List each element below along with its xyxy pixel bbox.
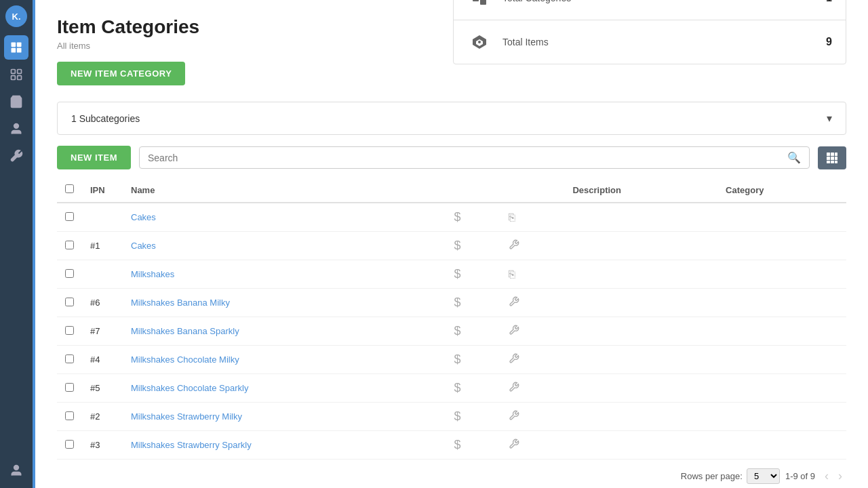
row-checkbox-4[interactable]: [65, 326, 74, 335]
table-row: #7Milkshakes Banana Sparkly$: [57, 317, 846, 346]
row-description: [564, 289, 717, 317]
row-ipn: [82, 260, 123, 289]
row-name-link[interactable]: Cakes: [131, 212, 156, 222]
row-name-link[interactable]: Milkshakes Banana Sparkly: [131, 326, 239, 336]
next-page-button[interactable]: ›: [834, 468, 846, 485]
svg-rect-5: [18, 70, 22, 74]
row-checkbox-6[interactable]: [65, 383, 74, 392]
row-checkbox-2[interactable]: [65, 269, 74, 278]
tools-icon[interactable]: [509, 440, 519, 451]
row-dollar-icon[interactable]: $: [446, 431, 500, 460]
row-category: [717, 403, 846, 431]
tools-icon[interactable]: [509, 298, 519, 309]
tools-icon: [9, 149, 23, 163]
row-checkbox-5[interactable]: [65, 354, 74, 363]
row-category: [717, 260, 846, 289]
stat-total-categories: Total Categories 1: [454, 0, 846, 20]
dollar-sign-icon[interactable]: $: [454, 210, 461, 224]
search-input[interactable]: [148, 152, 787, 163]
row-name-link[interactable]: Milkshakes Strawberry Sparkly: [131, 440, 252, 450]
row-category: [717, 346, 846, 374]
row-checkbox-3[interactable]: [65, 298, 74, 306]
copy-icon[interactable]: ⎘: [509, 268, 515, 280]
sidebar-item-tools[interactable]: [4, 144, 28, 168]
cart-icon: [9, 95, 23, 108]
rows-per-page-select[interactable]: 5 10 25 50: [747, 468, 780, 484]
svg-rect-14: [480, 0, 486, 5]
grid-icon: [9, 68, 23, 81]
row-dollar-icon[interactable]: $: [446, 403, 500, 431]
row-checkbox-7[interactable]: [65, 411, 74, 420]
row-description: [564, 260, 717, 289]
row-category: [717, 431, 846, 460]
svg-rect-7: [18, 76, 22, 80]
avatar[interactable]: K.: [5, 5, 27, 27]
stats-panel: Total Categories 1 Total Items 9: [453, 0, 846, 64]
row-name-link[interactable]: Cakes: [131, 241, 156, 251]
svg-point-10: [14, 466, 19, 470]
row-name-link[interactable]: Milkshakes Chocolate Milky: [131, 354, 239, 365]
table-header-category: Category: [717, 178, 846, 203]
row-checkbox-1[interactable]: [65, 241, 74, 249]
dollar-sign-icon[interactable]: $: [454, 267, 461, 281]
row-dollar-icon[interactable]: $: [446, 260, 500, 289]
row-checkbox-8[interactable]: [65, 440, 74, 449]
row-name-link[interactable]: Milkshakes Banana Milky: [131, 298, 230, 308]
stat-categories-value: 1: [826, 0, 832, 4]
view-toggle-button[interactable]: [818, 146, 846, 169]
select-all-checkbox[interactable]: [65, 184, 74, 193]
search-wrapper: 🔍: [139, 146, 810, 169]
svg-rect-2: [12, 48, 16, 53]
copy-icon[interactable]: ⎘: [509, 211, 515, 223]
row-dollar-icon[interactable]: $: [446, 203, 500, 232]
subcategories-accordion[interactable]: 1 Subcategories ▾: [57, 102, 846, 135]
table-row: #5Milkshakes Chocolate Sparkly$: [57, 374, 846, 403]
dollar-sign-icon[interactable]: $: [454, 352, 461, 366]
sidebar-item-user-profile[interactable]: [4, 458, 28, 483]
svg-point-17: [478, 41, 481, 43]
dollar-sign-icon[interactable]: $: [454, 324, 461, 338]
table-row: #2Milkshakes Strawberry Milky$: [57, 403, 846, 431]
grid-view-icon: [826, 152, 838, 164]
table-row: #3Milkshakes Strawberry Sparkly$: [57, 431, 846, 460]
tools-icon[interactable]: [509, 411, 519, 423]
prev-page-button[interactable]: ‹: [821, 468, 833, 485]
sidebar-item-dashboard[interactable]: [4, 35, 28, 60]
row-name-link[interactable]: Milkshakes Chocolate Sparkly: [131, 383, 248, 393]
dollar-sign-icon[interactable]: $: [454, 381, 461, 394]
svg-rect-0: [12, 43, 16, 47]
dollar-sign-icon[interactable]: $: [454, 438, 461, 451]
sidebar-item-person[interactable]: [4, 117, 28, 141]
row-dollar-icon[interactable]: $: [446, 317, 500, 346]
page-info: 1-9 of 9: [785, 471, 815, 481]
tools-icon[interactable]: [509, 241, 519, 252]
stat-items-label: Total Items: [502, 37, 826, 47]
dollar-sign-icon[interactable]: $: [454, 239, 461, 252]
table-header-actions1: [446, 178, 500, 203]
sidebar: K.: [0, 0, 33, 488]
sidebar-item-grid[interactable]: [4, 62, 28, 87]
new-item-button[interactable]: NEW ITEM: [57, 146, 131, 169]
tools-icon[interactable]: [509, 354, 519, 366]
row-name-link[interactable]: Milkshakes Strawberry Milky: [131, 411, 242, 422]
row-dollar-icon[interactable]: $: [446, 346, 500, 374]
table-row: Cakes$⎘: [57, 203, 846, 232]
row-dollar-icon[interactable]: $: [446, 289, 500, 317]
row-category: [717, 289, 846, 317]
search-icon: 🔍: [787, 151, 801, 164]
dollar-sign-icon[interactable]: $: [454, 409, 461, 423]
row-dollar-icon[interactable]: $: [446, 374, 500, 403]
table-header-actions2: [500, 178, 565, 203]
svg-rect-20: [835, 152, 837, 156]
sidebar-bottom: [4, 458, 28, 483]
tools-icon[interactable]: [509, 383, 519, 394]
dollar-sign-icon[interactable]: $: [454, 296, 461, 309]
new-item-category-button[interactable]: NEW ITEM CATEGORY: [57, 62, 185, 85]
row-dollar-icon[interactable]: $: [446, 232, 500, 260]
svg-rect-13: [473, 0, 479, 1]
svg-rect-25: [831, 161, 834, 163]
row-name-link[interactable]: Milkshakes: [131, 269, 174, 279]
tools-icon[interactable]: [509, 326, 519, 338]
sidebar-item-cart[interactable]: [4, 89, 28, 114]
row-checkbox-0[interactable]: [65, 212, 74, 221]
